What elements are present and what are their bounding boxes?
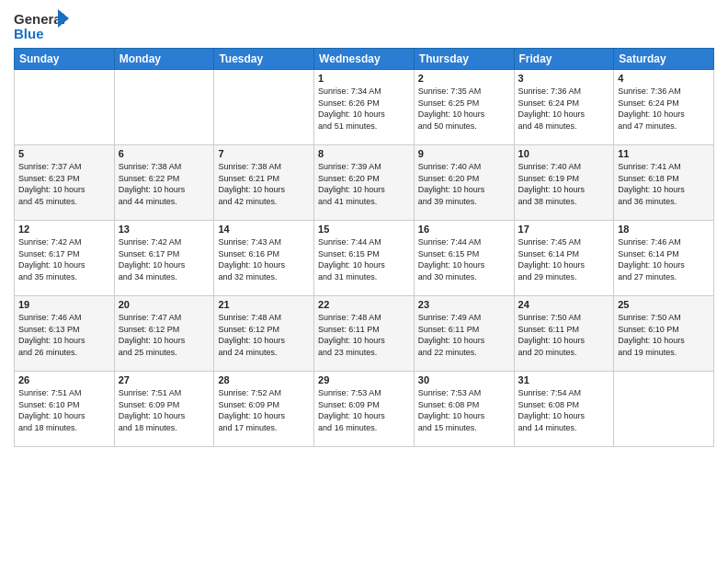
- calendar-cell: [214, 70, 314, 145]
- col-header-monday: Monday: [114, 49, 214, 70]
- day-info: Sunrise: 7:45 AM Sunset: 6:14 PM Dayligh…: [518, 236, 610, 282]
- day-number: 23: [418, 299, 510, 310]
- day-info: Sunrise: 7:41 AM Sunset: 6:18 PM Dayligh…: [618, 161, 710, 207]
- calendar-cell: [15, 70, 115, 145]
- calendar-cell: 5Sunrise: 7:37 AM Sunset: 6:23 PM Daylig…: [15, 145, 115, 221]
- day-info: Sunrise: 7:34 AM Sunset: 6:26 PM Dayligh…: [318, 86, 410, 132]
- calendar-cell: 8Sunrise: 7:39 AM Sunset: 6:20 PM Daylig…: [314, 145, 415, 221]
- calendar-cell: 9Sunrise: 7:40 AM Sunset: 6:20 PM Daylig…: [414, 145, 514, 221]
- calendar-cell: 7Sunrise: 7:38 AM Sunset: 6:21 PM Daylig…: [214, 145, 314, 221]
- calendar-week-1: 5Sunrise: 7:37 AM Sunset: 6:23 PM Daylig…: [15, 145, 714, 221]
- header: GeneralBlue: [14, 9, 714, 42]
- calendar-cell: 6Sunrise: 7:38 AM Sunset: 6:22 PM Daylig…: [114, 145, 214, 221]
- day-info: Sunrise: 7:53 AM Sunset: 6:09 PM Dayligh…: [318, 387, 410, 433]
- calendar-week-4: 26Sunrise: 7:51 AM Sunset: 6:10 PM Dayli…: [15, 372, 714, 447]
- day-info: Sunrise: 7:49 AM Sunset: 6:11 PM Dayligh…: [418, 312, 510, 358]
- calendar-cell: 25Sunrise: 7:50 AM Sunset: 6:10 PM Dayli…: [614, 296, 714, 372]
- day-number: 14: [218, 224, 310, 235]
- calendar-cell: 13Sunrise: 7:42 AM Sunset: 6:17 PM Dayli…: [114, 221, 214, 296]
- day-number: 21: [218, 299, 310, 310]
- day-info: Sunrise: 7:40 AM Sunset: 6:19 PM Dayligh…: [518, 161, 610, 207]
- day-number: 9: [418, 148, 510, 159]
- day-number: 27: [119, 374, 210, 385]
- calendar-week-0: 1Sunrise: 7:34 AM Sunset: 6:26 PM Daylig…: [15, 70, 714, 145]
- calendar-cell: 10Sunrise: 7:40 AM Sunset: 6:19 PM Dayli…: [514, 145, 614, 221]
- calendar-cell: 12Sunrise: 7:42 AM Sunset: 6:17 PM Dayli…: [15, 221, 115, 296]
- svg-text:Blue: Blue: [14, 26, 44, 41]
- day-number: 28: [218, 374, 310, 385]
- day-info: Sunrise: 7:36 AM Sunset: 6:24 PM Dayligh…: [518, 86, 610, 132]
- day-number: 3: [518, 73, 610, 84]
- calendar-cell: [614, 372, 714, 447]
- day-info: Sunrise: 7:38 AM Sunset: 6:21 PM Dayligh…: [218, 161, 310, 207]
- calendar-cell: 16Sunrise: 7:44 AM Sunset: 6:15 PM Dayli…: [414, 221, 514, 296]
- day-number: 6: [119, 148, 210, 159]
- day-info: Sunrise: 7:44 AM Sunset: 6:15 PM Dayligh…: [418, 236, 510, 282]
- col-header-sunday: Sunday: [15, 49, 115, 70]
- calendar-cell: 4Sunrise: 7:36 AM Sunset: 6:24 PM Daylig…: [614, 70, 714, 145]
- day-info: Sunrise: 7:38 AM Sunset: 6:22 PM Dayligh…: [119, 161, 210, 207]
- day-info: Sunrise: 7:42 AM Sunset: 6:17 PM Dayligh…: [18, 236, 110, 282]
- calendar-week-3: 19Sunrise: 7:46 AM Sunset: 6:13 PM Dayli…: [15, 296, 714, 372]
- calendar-cell: 11Sunrise: 7:41 AM Sunset: 6:18 PM Dayli…: [614, 145, 714, 221]
- day-info: Sunrise: 7:35 AM Sunset: 6:25 PM Dayligh…: [418, 86, 510, 132]
- calendar-cell: 29Sunrise: 7:53 AM Sunset: 6:09 PM Dayli…: [314, 372, 415, 447]
- day-info: Sunrise: 7:54 AM Sunset: 6:08 PM Dayligh…: [518, 387, 610, 433]
- day-number: 11: [618, 148, 710, 159]
- day-info: Sunrise: 7:53 AM Sunset: 6:08 PM Dayligh…: [418, 387, 510, 433]
- calendar-cell: 17Sunrise: 7:45 AM Sunset: 6:14 PM Dayli…: [514, 221, 614, 296]
- day-number: 20: [119, 299, 210, 310]
- day-number: 24: [518, 299, 610, 310]
- day-number: 1: [318, 73, 410, 84]
- col-header-friday: Friday: [514, 49, 614, 70]
- calendar-cell: 3Sunrise: 7:36 AM Sunset: 6:24 PM Daylig…: [514, 70, 614, 145]
- calendar-cell: 14Sunrise: 7:43 AM Sunset: 6:16 PM Dayli…: [214, 221, 314, 296]
- day-number: 30: [418, 374, 510, 385]
- day-info: Sunrise: 7:37 AM Sunset: 6:23 PM Dayligh…: [18, 161, 110, 207]
- day-number: 12: [18, 224, 110, 235]
- svg-text:General: General: [14, 11, 65, 27]
- day-info: Sunrise: 7:50 AM Sunset: 6:11 PM Dayligh…: [518, 312, 610, 358]
- day-info: Sunrise: 7:48 AM Sunset: 6:11 PM Dayligh…: [318, 312, 410, 358]
- day-info: Sunrise: 7:43 AM Sunset: 6:16 PM Dayligh…: [218, 236, 310, 282]
- day-info: Sunrise: 7:46 AM Sunset: 6:13 PM Dayligh…: [18, 312, 110, 358]
- day-number: 29: [318, 374, 410, 385]
- day-number: 2: [418, 73, 510, 84]
- calendar: SundayMondayTuesdayWednesdayThursdayFrid…: [14, 48, 714, 447]
- calendar-cell: 24Sunrise: 7:50 AM Sunset: 6:11 PM Dayli…: [514, 296, 614, 372]
- day-number: 17: [518, 224, 610, 235]
- day-number: 8: [318, 148, 410, 159]
- day-info: Sunrise: 7:47 AM Sunset: 6:12 PM Dayligh…: [119, 312, 210, 358]
- calendar-cell: 21Sunrise: 7:48 AM Sunset: 6:12 PM Dayli…: [214, 296, 314, 372]
- calendar-cell: 27Sunrise: 7:51 AM Sunset: 6:09 PM Dayli…: [114, 372, 214, 447]
- calendar-cell: 26Sunrise: 7:51 AM Sunset: 6:10 PM Dayli…: [15, 372, 115, 447]
- day-number: 10: [518, 148, 610, 159]
- day-number: 25: [618, 299, 710, 310]
- col-header-wednesday: Wednesday: [314, 49, 415, 70]
- day-info: Sunrise: 7:39 AM Sunset: 6:20 PM Dayligh…: [318, 161, 410, 207]
- day-number: 7: [218, 148, 310, 159]
- day-number: 5: [18, 148, 110, 159]
- calendar-cell: [114, 70, 214, 145]
- calendar-cell: 31Sunrise: 7:54 AM Sunset: 6:08 PM Dayli…: [514, 372, 614, 447]
- day-info: Sunrise: 7:42 AM Sunset: 6:17 PM Dayligh…: [119, 236, 210, 282]
- day-number: 4: [618, 73, 710, 84]
- calendar-cell: 30Sunrise: 7:53 AM Sunset: 6:08 PM Dayli…: [414, 372, 514, 447]
- calendar-week-2: 12Sunrise: 7:42 AM Sunset: 6:17 PM Dayli…: [15, 221, 714, 296]
- day-info: Sunrise: 7:51 AM Sunset: 6:09 PM Dayligh…: [119, 387, 210, 433]
- day-info: Sunrise: 7:51 AM Sunset: 6:10 PM Dayligh…: [18, 387, 110, 433]
- day-info: Sunrise: 7:36 AM Sunset: 6:24 PM Dayligh…: [618, 86, 710, 132]
- page: GeneralBlue SundayMondayTuesdayWednesday…: [0, 0, 728, 563]
- calendar-cell: 1Sunrise: 7:34 AM Sunset: 6:26 PM Daylig…: [314, 70, 415, 145]
- calendar-cell: 19Sunrise: 7:46 AM Sunset: 6:13 PM Dayli…: [15, 296, 115, 372]
- day-info: Sunrise: 7:52 AM Sunset: 6:09 PM Dayligh…: [218, 387, 310, 433]
- day-info: Sunrise: 7:40 AM Sunset: 6:20 PM Dayligh…: [418, 161, 510, 207]
- day-info: Sunrise: 7:44 AM Sunset: 6:15 PM Dayligh…: [318, 236, 410, 282]
- calendar-cell: 2Sunrise: 7:35 AM Sunset: 6:25 PM Daylig…: [414, 70, 514, 145]
- day-number: 31: [518, 374, 610, 385]
- logo: GeneralBlue: [14, 9, 69, 42]
- calendar-cell: 28Sunrise: 7:52 AM Sunset: 6:09 PM Dayli…: [214, 372, 314, 447]
- day-number: 18: [618, 224, 710, 235]
- col-header-saturday: Saturday: [614, 49, 714, 70]
- col-header-tuesday: Tuesday: [214, 49, 314, 70]
